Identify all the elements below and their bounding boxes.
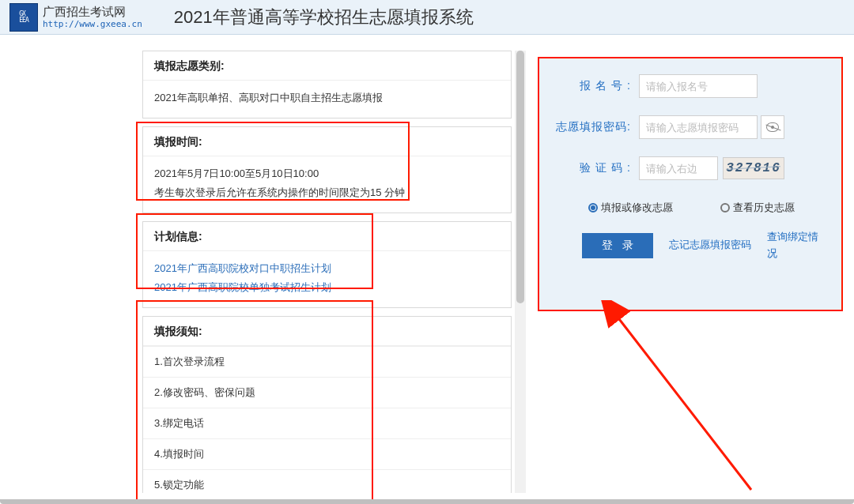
- scrollbar-track[interactable]: [515, 51, 526, 493]
- plan-link-2[interactable]: 2021年广西高职院校单独考试招生计划: [154, 281, 331, 293]
- bottom-border: [0, 499, 854, 504]
- list-item[interactable]: 1.首次登录流程: [143, 346, 511, 377]
- card-time-title: 填报时间:: [143, 127, 511, 156]
- label-password: 志愿填报密码:: [554, 120, 639, 134]
- captcha-image[interactable]: 327816: [723, 157, 784, 179]
- input-password[interactable]: [639, 115, 758, 139]
- login-panel: 报 名 号 : 志愿填报密码: 验 证 码 : 327816 填报或修改志愿 查…: [538, 57, 843, 311]
- site-logo-icon: GXEEA: [9, 3, 38, 32]
- scrollbar-thumb[interactable]: [516, 51, 524, 303]
- row-captcha: 验 证 码 : 327816: [554, 156, 827, 180]
- mode-radio-group: 填报或修改志愿 查看历史志愿: [554, 197, 827, 229]
- toggle-password-visibility[interactable]: [761, 115, 784, 139]
- list-item[interactable]: 5.锁定功能: [143, 469, 511, 493]
- card-time-body: 2021年5月7日10:00至5月10日10:00 考生每次登录后允许在系统内操…: [143, 156, 511, 213]
- label-regno: 报 名 号 :: [554, 79, 639, 93]
- list-item[interactable]: 2.修改密码、密保问题: [143, 377, 511, 408]
- radio-history-label: 查看历史志愿: [733, 201, 795, 215]
- input-captcha[interactable]: [639, 156, 718, 180]
- list-item[interactable]: 3.绑定电话: [143, 408, 511, 438]
- row-password: 志愿填报密码:: [554, 115, 827, 139]
- card-time: 填报时间: 2021年5月7日10:00至5月10日10:00 考生每次登录后允…: [142, 126, 512, 213]
- input-regno[interactable]: [639, 74, 758, 98]
- label-captcha: 验 证 码 :: [554, 161, 639, 175]
- action-row: 登录 忘记志愿填报密码 查询绑定情况: [554, 229, 827, 262]
- link-query-binding[interactable]: 查询绑定情况: [767, 229, 822, 262]
- card-plan-body: 2021年广西高职院校对口中职招生计划 2021年广西高职院校单独考试招生计划: [143, 251, 511, 307]
- brand-url[interactable]: http://www.gxeea.cn: [43, 19, 142, 29]
- card-plan-title: 计划信息:: [143, 222, 511, 251]
- card-category: 填报志愿类别: 2021年高职单招、高职对口中职自主招生志愿填报: [142, 51, 512, 118]
- plan-link-1[interactable]: 2021年广西高职院校对口中职招生计划: [154, 262, 331, 274]
- card-plan: 计划信息: 2021年广西高职院校对口中职招生计划 2021年广西高职院校单独考…: [142, 221, 512, 308]
- radio-dot-icon: [588, 203, 598, 213]
- brand-block: 广西招生考试网 http://www.gxeea.cn: [43, 5, 142, 29]
- app-header: GXEEA 广西招生考试网 http://www.gxeea.cn 2021年普…: [0, 0, 854, 35]
- page-title: 2021年普通高等学校招生志愿填报系统: [174, 6, 474, 29]
- link-forgot-password[interactable]: 忘记志愿填报密码: [669, 237, 751, 254]
- radio-view-history[interactable]: 查看历史志愿: [720, 201, 795, 215]
- eye-icon: [766, 122, 779, 132]
- info-scroll-area[interactable]: 填报志愿类别: 2021年高职单招、高职对口中职自主招生志愿填报 填报时间: 2…: [142, 51, 526, 493]
- radio-fill-or-edit[interactable]: 填报或修改志愿: [588, 201, 673, 215]
- radio-dot-icon: [720, 203, 730, 213]
- card-instructions: 填报须知: 1.首次登录流程 2.修改密码、密保问题 3.绑定电话 4.填报时间…: [142, 316, 512, 493]
- time-line1: 2021年5月7日10:00至5月10日10:00: [154, 167, 319, 179]
- instructions-list: 1.首次登录流程 2.修改密码、密保问题 3.绑定电话 4.填报时间 5.锁定功…: [143, 346, 511, 493]
- card-instructions-title: 填报须知:: [143, 317, 511, 346]
- brand-cn: 广西招生考试网: [43, 5, 142, 19]
- card-category-body: 2021年高职单招、高职对口中职自主招生志愿填报: [143, 81, 511, 118]
- time-line2: 考生每次登录后允许在系统内操作的时间限定为15 分钟: [154, 186, 405, 198]
- list-item[interactable]: 4.填报时间: [143, 438, 511, 469]
- radio-fill-label: 填报或修改志愿: [601, 201, 673, 215]
- row-regno: 报 名 号 :: [554, 74, 827, 98]
- login-button[interactable]: 登录: [582, 233, 653, 258]
- card-category-title: 填报志愿类别:: [143, 51, 511, 81]
